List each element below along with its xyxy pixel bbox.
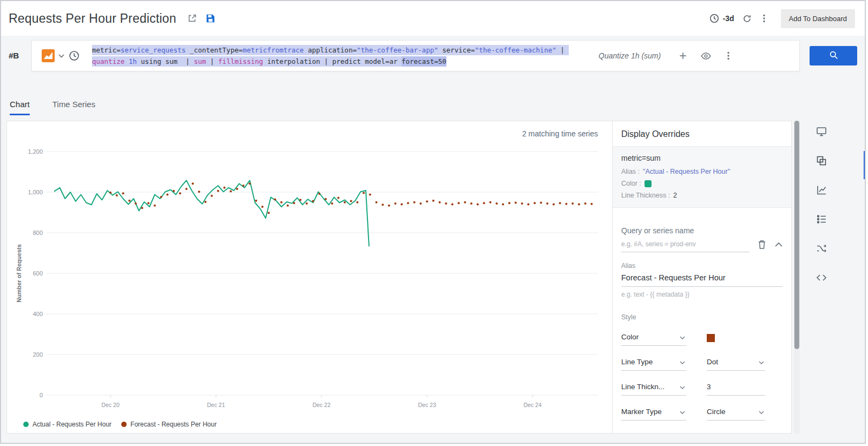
query-builder: metric=service_requests _contentType=met… — [31, 40, 800, 71]
sampling-icon[interactable] — [816, 243, 827, 254]
svg-text:800: 800 — [33, 229, 43, 236]
app-window: Requests Per Hour Prediction -3d Add To … — [0, 0, 866, 444]
line-thickness-input[interactable]: 3 — [707, 379, 765, 396]
clock-icon[interactable] — [709, 14, 719, 23]
chevron-down-icon — [680, 383, 685, 391]
chevron-down-icon — [759, 358, 764, 366]
query-input[interactable]: metric=service_requests _contentType=met… — [92, 44, 586, 67]
scrollbar-thumb[interactable] — [794, 121, 799, 349]
trash-icon[interactable] — [758, 240, 766, 249]
legend-dot — [121, 422, 127, 427]
add-to-dashboard-button[interactable]: Add To Dashboard — [781, 9, 855, 28]
view-tabs: Chart Time Series — [1, 71, 865, 115]
override-form: Query or series name e.g. #A, series = p… — [613, 208, 791, 421]
svg-text:Number of Requests: Number of Requests — [16, 244, 22, 303]
display-overrides-panel: Display Overrides metric=sum Alias : "Ac… — [613, 121, 792, 434]
refresh-icon[interactable] — [742, 14, 752, 23]
alias-helper-text: e.g. text - {{ metadata }} — [621, 291, 782, 298]
search-icon — [829, 50, 838, 61]
chart-type-icon[interactable] — [42, 49, 55, 62]
query-section: #B metric=service_requests _contentType=… — [1, 36, 865, 71]
run-query-button[interactable] — [810, 46, 857, 65]
svg-text:Dec 22: Dec 22 — [312, 402, 330, 408]
kebab-menu-icon[interactable] — [760, 14, 768, 23]
active-rail-indicator — [864, 151, 866, 179]
overlays-icon[interactable] — [816, 155, 827, 166]
vertical-scrollbar[interactable] — [794, 121, 800, 434]
display-icon[interactable] — [816, 126, 827, 137]
tab-time-series[interactable]: Time Series — [52, 100, 95, 115]
chevron-down-icon — [759, 408, 764, 416]
chevron-down-icon — [680, 408, 685, 416]
svg-text:Dec 23: Dec 23 — [418, 402, 436, 408]
svg-text:Dec 21: Dec 21 — [207, 402, 225, 408]
override-thickness-value: 2 — [673, 192, 677, 199]
line-type-label-select[interactable]: Line Type — [621, 354, 686, 371]
override-alias-label: Alias : — [621, 168, 640, 175]
header: Requests Per Hour Prediction -3d Add To … — [1, 1, 865, 36]
chart-panel: 2 matching time series 02004006008001,00… — [6, 121, 613, 434]
tab-chart[interactable]: Chart — [10, 100, 30, 115]
line-thickness-label-select[interactable]: Line Thickn... — [621, 379, 686, 396]
style-section-label: Style — [621, 313, 782, 321]
legend-item[interactable]: Actual - Requests Per Hour — [23, 421, 111, 428]
axes-icon[interactable] — [816, 185, 827, 195]
legend-label: Actual - Requests Per Hour — [32, 421, 111, 428]
quantize-summary: Quantize 1h (sum) — [599, 51, 661, 60]
settings-icon-rail — [800, 121, 865, 434]
main-row: 2 matching time series 02004006008001,00… — [1, 115, 865, 434]
svg-text:600: 600 — [33, 270, 43, 277]
svg-text:400: 400 — [33, 311, 43, 317]
query-series-input[interactable]: e.g. #A, series = prod-env — [621, 237, 749, 252]
style-color-swatch[interactable] — [707, 334, 715, 342]
chevron-down-icon — [680, 333, 685, 341]
override-color-swatch — [645, 180, 652, 187]
legend-icon[interactable] — [816, 214, 827, 225]
chevron-down-icon — [680, 358, 685, 366]
override-thickness-label: Line Thickness : — [621, 192, 670, 199]
query-history-icon[interactable] — [68, 50, 80, 62]
time-range-label[interactable]: -3d — [723, 14, 734, 23]
svg-text:1,200: 1,200 — [28, 148, 43, 155]
svg-text:Dec 24: Dec 24 — [523, 402, 541, 408]
query-id-label: #B — [9, 40, 31, 60]
add-icon[interactable]: + — [679, 50, 686, 62]
svg-text:0: 0 — [40, 392, 43, 398]
query-kebab-menu-icon[interactable] — [724, 51, 733, 61]
legend-dot — [23, 422, 29, 427]
marker-type-value-select[interactable]: Circle — [707, 404, 765, 421]
save-icon[interactable] — [206, 14, 215, 23]
legend-item[interactable]: Forecast - Requests Per Hour — [121, 421, 216, 428]
override-alias-value: "Actual - Requests Per Hour" — [643, 168, 730, 175]
alias-field-label: Alias — [621, 262, 782, 270]
chart-canvas[interactable]: 02004006008001,0001,200Dec 20Dec 21Dec 2… — [7, 121, 612, 414]
legend-label: Forecast - Requests Per Hour — [130, 421, 216, 428]
marker-type-label-select[interactable]: Marker Type — [621, 404, 686, 421]
override-color-label: Color : — [621, 180, 641, 187]
chevron-down-icon[interactable] — [58, 54, 64, 58]
style-color-select[interactable]: Color — [621, 329, 686, 346]
query-series-label: Query or series name — [621, 226, 782, 235]
override-summary[interactable]: metric=sum Alias : "Actual - Requests Pe… — [613, 147, 791, 208]
svg-text:1,000: 1,000 — [28, 189, 43, 195]
eye-icon[interactable] — [701, 51, 711, 61]
line-type-value-select[interactable]: Dot — [707, 354, 765, 371]
chart-legend: Actual - Requests Per HourForecast - Req… — [23, 421, 216, 428]
content-area: #B metric=service_requests _contentType=… — [1, 36, 865, 443]
svg-text:Dec 20: Dec 20 — [101, 402, 119, 408]
chevron-up-icon[interactable] — [775, 242, 782, 247]
override-metric: metric=sum — [621, 154, 782, 162]
overrides-title: Display Overrides — [613, 121, 791, 147]
alias-input[interactable]: Forecast - Requests Per Hour — [621, 270, 782, 287]
page-title: Requests Per Hour Prediction — [9, 11, 176, 26]
share-icon[interactable] — [187, 14, 197, 23]
svg-text:200: 200 — [33, 351, 43, 358]
code-icon[interactable] — [816, 272, 827, 283]
